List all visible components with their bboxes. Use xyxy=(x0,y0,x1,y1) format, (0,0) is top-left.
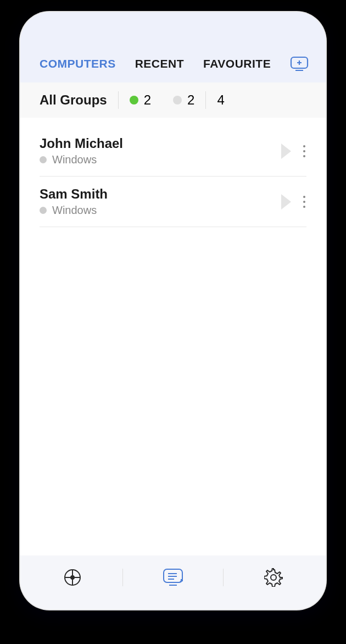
add-computer-button[interactable] xyxy=(290,56,309,71)
connect-button[interactable] xyxy=(281,194,291,210)
computer-list: John Michael Windows Sam Smith Windows xyxy=(20,118,326,555)
online-dot-icon xyxy=(130,96,138,104)
app-screen: COMPUTERS RECENT FAVOURITE All Groups 2 … xyxy=(19,11,327,610)
offline-dot-icon xyxy=(173,96,182,104)
computer-name: Sam Smith xyxy=(40,186,281,202)
os-label: Windows xyxy=(52,153,97,166)
header: COMPUTERS RECENT FAVOURITE xyxy=(20,12,326,82)
divider xyxy=(122,569,123,586)
online-value: 2 xyxy=(144,92,151,108)
offline-value: 2 xyxy=(187,92,194,108)
nav-settings[interactable] xyxy=(263,568,284,587)
gear-icon xyxy=(264,568,283,587)
status-dot-icon xyxy=(40,156,47,163)
list-item[interactable]: John Michael Windows xyxy=(40,126,306,177)
svg-point-13 xyxy=(271,575,276,580)
list-item[interactable]: Sam Smith Windows xyxy=(40,177,306,227)
os-label: Windows xyxy=(52,204,97,217)
crosshair-icon xyxy=(63,568,82,587)
computer-os: Windows xyxy=(40,204,281,217)
list-item-info: Sam Smith Windows xyxy=(40,186,281,217)
total-value: 4 xyxy=(217,92,224,108)
divider xyxy=(223,569,224,586)
more-menu-button[interactable] xyxy=(302,193,306,211)
group-summary: All Groups 2 2 4 xyxy=(20,82,326,118)
list-monitor-icon xyxy=(162,568,184,587)
more-menu-button[interactable] xyxy=(302,142,306,160)
bottom-nav xyxy=(20,555,326,609)
computer-name: John Michael xyxy=(40,136,281,151)
total-count: 4 xyxy=(206,92,235,108)
add-monitor-icon xyxy=(290,56,309,71)
status-dot-icon xyxy=(40,207,47,214)
tab-computers[interactable]: COMPUTERS xyxy=(40,57,116,70)
tab-bar: COMPUTERS RECENT FAVOURITE xyxy=(20,56,326,82)
group-name[interactable]: All Groups xyxy=(40,92,118,108)
tab-favourite[interactable]: FAVOURITE xyxy=(203,57,271,70)
computer-os: Windows xyxy=(40,153,281,166)
connect-button[interactable] xyxy=(281,144,291,159)
nav-computers[interactable] xyxy=(162,568,184,587)
offline-count: 2 xyxy=(162,92,205,108)
nav-remote-control[interactable] xyxy=(62,568,83,587)
tab-recent[interactable]: RECENT xyxy=(135,57,184,70)
list-item-info: John Michael Windows xyxy=(40,136,281,166)
online-count: 2 xyxy=(119,92,162,108)
